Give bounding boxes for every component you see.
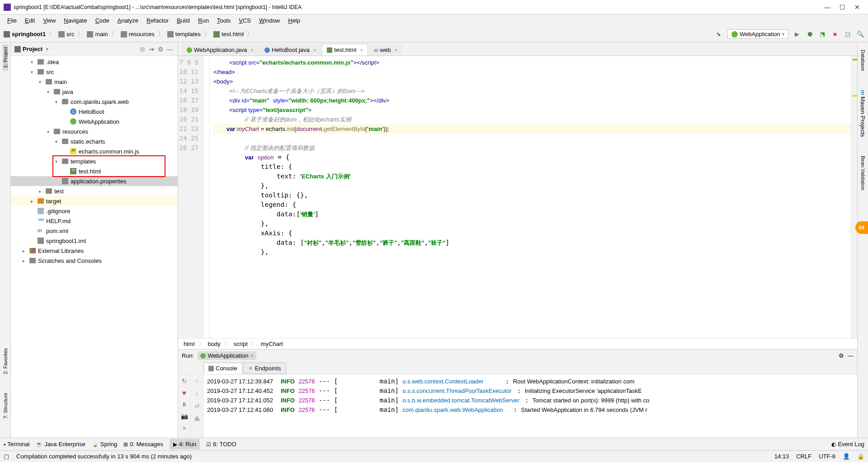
- up-icon[interactable]: ↑: [193, 377, 201, 385]
- menu-file[interactable]: File: [4, 16, 20, 25]
- tab-bean-validation[interactable]: Bean Validation: [860, 153, 866, 193]
- messages-tab[interactable]: ⊞ 0: Messages: [123, 441, 163, 448]
- collapse-all-icon[interactable]: ⇥: [147, 46, 156, 53]
- close-tab-icon[interactable]: ×: [392, 47, 397, 53]
- menu-code[interactable]: Code: [92, 16, 113, 25]
- breadcrumb-item[interactable]: main: [87, 31, 108, 37]
- fold-gutter[interactable]: [203, 56, 210, 338]
- tree-item[interactable]: ▾src: [11, 67, 178, 77]
- menu-vcs[interactable]: VCS: [235, 16, 255, 25]
- terminal-tab[interactable]: ▪ Terminal: [4, 441, 29, 448]
- maximize-button[interactable]: ☐: [840, 4, 845, 11]
- console-output[interactable]: 2019-03-27 17:12:39.847 INFO 22576 --- […: [203, 375, 857, 438]
- editor-crumb[interactable]: myChart: [261, 341, 283, 347]
- minimize-button[interactable]: ―: [824, 4, 830, 11]
- rerun-icon[interactable]: ↻: [180, 377, 189, 385]
- tree-item[interactable]: ▾main: [11, 77, 178, 87]
- inspection-icon[interactable]: 👤: [843, 453, 850, 460]
- lock-icon[interactable]: 🔒: [857, 453, 864, 460]
- vcs-icon[interactable]: ◲: [844, 30, 852, 38]
- menu-edit[interactable]: Edit: [21, 16, 38, 25]
- menu-build[interactable]: Build: [173, 16, 193, 25]
- editor-crumb[interactable]: html: [184, 341, 195, 347]
- run-hide-icon[interactable]: —: [848, 352, 854, 359]
- run-tab[interactable]: ▶ 4: Run: [170, 439, 200, 449]
- breadcrumb-item[interactable]: springboot1: [4, 31, 46, 37]
- tree-item[interactable]: WebApplication: [11, 117, 178, 126]
- more-icon[interactable]: »: [180, 424, 189, 432]
- close-tab-icon[interactable]: ×: [249, 47, 254, 53]
- run-gear-icon[interactable]: ⚙: [839, 352, 844, 359]
- close-tab-icon[interactable]: ×: [311, 47, 316, 53]
- dump-icon[interactable]: 📷: [180, 412, 189, 420]
- down-icon[interactable]: ↓: [193, 389, 201, 397]
- run-button[interactable]: ▶: [793, 30, 801, 38]
- wrap-icon[interactable]: ⏎: [193, 402, 201, 410]
- editor-tab[interactable]: mweb×: [369, 44, 402, 56]
- gear-icon[interactable]: ⚙: [156, 46, 165, 53]
- tree-item[interactable]: application.properties: [11, 176, 178, 186]
- editor-tab[interactable]: HelloBoot.java×: [259, 44, 321, 56]
- menu-analyze[interactable]: Analyze: [114, 16, 142, 25]
- tree-item[interactable]: .gitignore: [11, 206, 178, 216]
- menu-help[interactable]: Help: [284, 16, 304, 25]
- hide-panel-icon[interactable]: —: [165, 46, 174, 53]
- tree-item[interactable]: mpom.xml: [11, 226, 178, 236]
- tree-item[interactable]: ▸target: [11, 196, 178, 206]
- stop-button[interactable]: ■: [831, 30, 839, 38]
- endpoints-tab[interactable]: ✶Endpoints: [243, 363, 286, 374]
- breadcrumb-item[interactable]: resources: [121, 31, 155, 37]
- search-icon[interactable]: 🔍: [856, 30, 864, 38]
- tree-item[interactable]: ▾com.qianliu.spark.web: [11, 97, 178, 107]
- tree-item[interactable]: ▾resources: [11, 126, 178, 136]
- editor-crumb[interactable]: script: [234, 341, 248, 347]
- close-button[interactable]: ✕: [854, 4, 860, 11]
- file-encoding[interactable]: UTF-8: [819, 453, 835, 460]
- tree-item[interactable]: CHelloBoot: [11, 107, 178, 117]
- breadcrumb-item[interactable]: test.html: [213, 31, 244, 37]
- editor-marker-bar[interactable]: [851, 56, 857, 338]
- tree-item[interactable]: springboot1.iml: [11, 236, 178, 246]
- build-icon[interactable]: ⬊: [715, 30, 723, 38]
- promo-badge[interactable]: 84: [855, 221, 868, 234]
- tree-item[interactable]: ▾.idea: [11, 57, 178, 67]
- status-toggle-icon[interactable]: ▢: [4, 453, 9, 460]
- tree-item[interactable]: ▸External Libraries: [11, 246, 178, 256]
- menu-tools[interactable]: Tools: [213, 16, 234, 25]
- menu-window[interactable]: Window: [255, 16, 283, 25]
- tab-project[interactable]: 1: Project: [3, 44, 8, 70]
- menu-refactor[interactable]: Refactor: [143, 16, 172, 25]
- line-ending[interactable]: CRLF: [796, 453, 811, 460]
- coverage-button[interactable]: ⬔: [818, 30, 826, 38]
- debug-button[interactable]: ⬢: [806, 30, 814, 38]
- tab-database[interactable]: Database: [860, 47, 866, 74]
- todo-tab[interactable]: ☑ 6: TODO: [206, 441, 236, 448]
- scroll-to-source-icon[interactable]: ⊙: [138, 46, 147, 53]
- editor-tab[interactable]: WebApplication.java×: [182, 44, 259, 56]
- tree-item[interactable]: ▸test: [11, 186, 178, 196]
- menu-view[interactable]: View: [39, 16, 59, 25]
- spring-tab[interactable]: 🍃 Spring: [92, 441, 118, 448]
- pause-icon[interactable]: ⏸: [180, 400, 189, 408]
- tree-item[interactable]: ▾templates: [11, 156, 178, 166]
- tab-maven[interactable]: m Maven Projects: [859, 87, 866, 140]
- java-ee-tab[interactable]: ☕ Java Enterprise: [36, 441, 85, 448]
- stop-icon[interactable]: ■: [180, 388, 189, 397]
- run-config-selector[interactable]: WebApplication ▾: [727, 29, 788, 39]
- tree-item[interactable]: MDHELP.md: [11, 216, 178, 226]
- run-config-tab[interactable]: WebApplication ×: [198, 351, 256, 360]
- menu-navigate[interactable]: Navigate: [60, 16, 90, 25]
- tab-favorites[interactable]: 2: Favorites: [3, 345, 8, 377]
- breadcrumb-item[interactable]: src: [58, 31, 74, 37]
- tab-structure[interactable]: 7: Structure: [3, 390, 8, 421]
- menu-run[interactable]: Run: [194, 16, 212, 25]
- tree-item[interactable]: ▸Scratches and Consoles: [11, 256, 178, 266]
- editor-crumb[interactable]: body: [208, 341, 221, 347]
- close-tab-icon[interactable]: ×: [358, 47, 363, 53]
- caret-position[interactable]: 14:13: [774, 453, 789, 460]
- tree-item[interactable]: JSecharts.common.min.js: [11, 146, 178, 156]
- breadcrumb-item[interactable]: templates: [167, 31, 201, 37]
- tree-item[interactable]: Htest.html: [11, 166, 178, 176]
- event-log-tab[interactable]: ◐ Event Log: [831, 441, 864, 448]
- editor-breadcrumbs[interactable]: html〉body〉script〉myChart: [178, 338, 857, 349]
